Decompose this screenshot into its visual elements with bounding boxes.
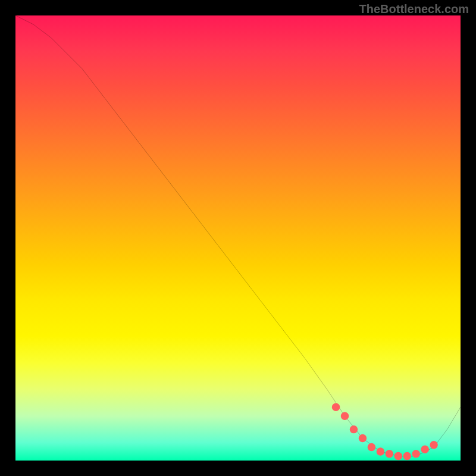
highlight-marker — [377, 447, 384, 455]
highlight-marker — [386, 450, 393, 458]
chart-area — [15, 15, 461, 461]
highlight-markers — [332, 403, 438, 461]
highlight-marker — [341, 412, 349, 419]
bottleneck-curve-path — [15, 15, 461, 456]
highlight-marker — [394, 452, 402, 460]
highlight-marker — [368, 443, 375, 451]
highlight-marker — [359, 434, 367, 442]
highlight-marker — [412, 450, 419, 458]
highlight-marker — [430, 441, 437, 449]
bottleneck-curve-svg — [15, 15, 461, 461]
highlight-marker — [350, 425, 358, 433]
highlight-marker — [403, 452, 411, 460]
attribution-text: TheBottleneck.com — [359, 2, 469, 16]
highlight-marker — [421, 446, 428, 453]
highlight-marker — [332, 403, 340, 411]
